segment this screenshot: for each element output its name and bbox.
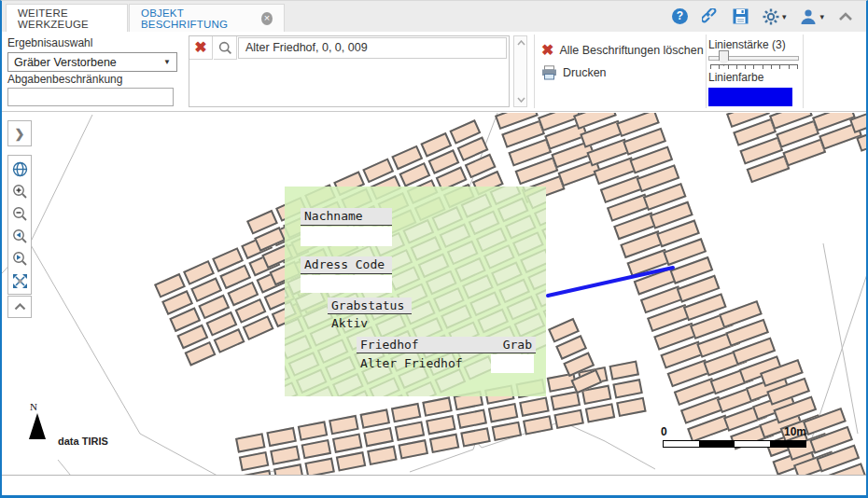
friedhof-label: Friedhof [360,338,419,352]
slider-ticks [710,64,798,70]
full-extent-button[interactable] [9,159,30,179]
expand-panel-button[interactable]: ❯ [7,120,32,146]
print-label: Drucken [563,66,607,79]
clear-all-label: Alle Beschriftungen löschen [559,44,703,57]
tab-bar: WEITERE WERKZEUGE OBJEKT BESCHRIFTUNG × … [2,1,866,32]
save-icon [733,8,749,24]
tab-label: OBJEKT BESCHRIFTUNG [141,7,255,30]
collapse-header-button[interactable] [838,12,853,21]
clear-all-labels-button[interactable]: ✖ Alle Beschriftungen löschen [541,43,704,58]
annotation-line [548,268,673,296]
friedhof-grab-labels: Friedhof Grab [357,337,536,353]
line-width-label: Linienstärke (3) [708,38,786,51]
gear-icon [763,8,779,25]
scroll-down-icon[interactable] [517,97,525,103]
dropdown-value: Gräber Verstorbene [14,56,117,69]
zoom-in-button[interactable] [9,181,30,201]
tab-objekt-beschriftung[interactable]: OBJEKT BESCHRIFTUNG × [129,4,285,32]
remove-result-button[interactable]: ✖ [189,36,213,60]
result-selection-dropdown[interactable]: Gräber Verstorbene ▼ [7,52,177,72]
user-button[interactable]: ▾ [800,8,824,25]
object-info-overlay: Nachname Adress Code Grabstatus Aktiv Fr… [285,187,546,396]
zoom-out-button[interactable] [9,203,30,224]
zoom-next-icon [12,251,28,267]
search-icon [218,41,232,55]
chevron-up-icon [838,12,853,21]
share-link-button[interactable] [702,8,719,25]
toolbar: Ergebnisauswahl Gräber Verstorbene ▼ Abg… [2,32,866,112]
chevron-right-icon: ❯ [15,127,25,141]
grab-label: Grab [503,338,532,352]
zoom-previous-icon [12,228,28,244]
previous-extent-button[interactable] [9,226,30,246]
north-label: N [30,401,37,412]
adress-code-label: Adress Code [301,256,392,274]
app-window: WEITERE WERKZEUGE OBJEKT BESCHRIFTUNG × … [0,0,868,498]
scroll-up-icon[interactable] [517,40,525,46]
pan-arrows-icon [12,273,28,289]
chevron-down-icon: ▾ [782,12,787,21]
result-list-scrollbar[interactable] [513,35,527,107]
save-button[interactable] [733,8,749,24]
friedhof-value: Alter Friedhof [360,356,463,370]
tab-label: WEITERE WERKZEUGE [18,7,116,30]
map-tool-column [7,155,32,295]
user-icon [800,8,817,25]
chevron-up-icon [14,303,26,311]
grab-input[interactable] [491,354,534,373]
status-bar [2,477,866,496]
help-button[interactable]: ? [672,8,688,24]
globe-icon [12,161,28,177]
north-arrow-icon [29,413,46,439]
result-list-item[interactable]: Alter Friedhof, 0, 0, 009 [238,37,507,59]
map-attribution: data TIRIS [58,436,108,447]
zoom-out-icon [12,206,28,222]
scale-bar [663,440,806,448]
grave-plot [285,381,299,396]
pan-button[interactable] [9,270,30,291]
printer-icon [541,65,557,80]
chevron-down-icon: ▾ [819,12,824,21]
zoom-in-icon [12,184,28,200]
chevron-down-icon: ▼ [163,58,171,66]
print-button[interactable]: Drucken [541,65,607,80]
settings-button[interactable]: ▾ [763,8,787,25]
restriction-input[interactable] [7,88,174,106]
line-color-swatch[interactable] [708,88,792,106]
scale-end-label: 10m [784,425,806,438]
grabstatus-value: Aktiv [331,316,368,330]
scale-start-label: 0 [661,425,667,438]
result-selection-label: Ergebnisauswahl [7,36,92,49]
delete-icon: ✖ [194,40,206,55]
tab-weitere-werkzeuge[interactable]: WEITERE WERKZEUGE [6,4,128,32]
zoom-to-result-button[interactable] [214,36,237,60]
map-viewport[interactable]: Nachname Adress Code Grabstatus Aktiv Fr… [2,113,866,476]
link-icon [702,8,719,25]
help-icon: ? [672,8,688,24]
collapse-tools-button[interactable] [7,296,32,318]
line-color-label: Linienfarbe [708,71,763,84]
nachname-label: Nachname [301,208,392,226]
delete-all-icon: ✖ [541,43,553,58]
restriction-label: Abgabenbeschränkung [7,73,122,86]
next-extent-button[interactable] [9,248,30,269]
result-list[interactable]: ✖ Alter Friedhof, 0, 0, 009 [189,35,510,107]
nachname-input[interactable] [301,227,392,246]
grabstatus-label: Grabstatus [328,297,412,314]
adress-code-input[interactable] [301,275,392,293]
close-icon[interactable]: × [261,12,273,25]
